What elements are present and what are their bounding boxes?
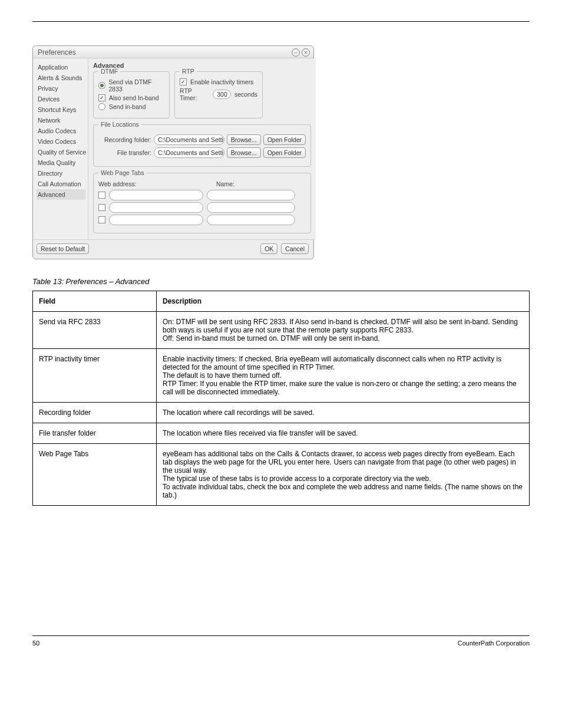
footer-text: CounterPath Corporation [458, 640, 530, 647]
rtp-timer-unit: seconds [234, 91, 257, 98]
enable-inactivity-label: Enable inactivity timers [190, 78, 253, 85]
webtab1-check[interactable] [98, 192, 105, 199]
webtabs-group: Web Page Tabs Web address: Name: [93, 173, 311, 233]
webtab2-name-input[interactable] [207, 202, 295, 213]
transfer-label: File transfer: [98, 149, 151, 156]
recording-open-button[interactable]: Open Folder [263, 134, 306, 145]
sidebar-item-network[interactable]: Network [37, 115, 85, 126]
sidebar-item-video-codecs[interactable]: Video Codecs [37, 136, 85, 147]
table-row: Recording folderThe location where call … [33, 403, 530, 423]
panel-title: Advanced [93, 62, 311, 69]
sidebar-item-call-automation[interactable]: Call Automation [37, 179, 85, 189]
description-table: Field Description Send via RFC 2833On: D… [32, 291, 530, 506]
table-row: Web Page TabseyeBeam has additional tabs… [33, 444, 530, 506]
desc-cell: The location where files received via fi… [157, 423, 530, 444]
file-locations-group: File Locations Recording folder: C:\Docu… [93, 124, 311, 167]
webtab1-name-input[interactable] [207, 190, 295, 200]
desc-cell: The location where call recordings will … [157, 403, 530, 423]
desc-cell: Enable inactivity timers: If checked, Br… [157, 349, 530, 403]
sidebar-item-privacy[interactable]: Privacy [37, 83, 85, 94]
rtp-legend: RTP [180, 68, 197, 75]
webtab3-addr-input[interactable] [109, 215, 203, 225]
rtp-timer-label: RTP Timer: [180, 87, 209, 101]
webtab3-check[interactable] [98, 216, 105, 223]
sidebar-item-media-quality[interactable]: Media Quality [37, 157, 85, 168]
send-inband-label: Send in-band [109, 103, 146, 110]
also-inband-check[interactable] [98, 94, 105, 101]
transfer-browse-button[interactable]: Browse... [227, 147, 261, 158]
transfer-open-button[interactable]: Open Folder [263, 147, 306, 158]
cancel-button[interactable]: Cancel [281, 243, 309, 254]
window-title: Preferences [38, 48, 76, 57]
th-field: Field [33, 291, 157, 312]
file-locations-legend: File Locations [98, 121, 141, 128]
field-cell: Recording folder [33, 403, 157, 423]
top-rule [32, 21, 530, 22]
sidebar: ApplicationAlerts & SoundsPrivacyDevices… [33, 58, 88, 239]
field-cell: RTP inactivity timer [33, 349, 157, 403]
close-icon[interactable]: × [302, 48, 310, 57]
rtp-timer-input[interactable]: 300 [213, 90, 231, 99]
webtab1-addr-input[interactable] [109, 190, 203, 200]
field-cell: Web Page Tabs [33, 444, 157, 506]
sidebar-item-quality-of-service[interactable]: Quality of Service [37, 147, 85, 157]
transfer-input[interactable]: C:\Documents and Settings\c ɹ '\D< [154, 147, 224, 158]
webname-header: Name: [216, 180, 234, 187]
table-row: File transfer folderThe location where f… [33, 423, 530, 444]
ok-button[interactable]: OK [260, 243, 277, 254]
sidebar-item-audio-codecs[interactable]: Audio Codecs [37, 126, 85, 136]
table-row: Send via RFC 2833On: DTMF will be sent u… [33, 312, 530, 349]
also-inband-label: Also send In-band [109, 94, 159, 101]
sidebar-item-alerts-sounds[interactable]: Alerts & Sounds [37, 73, 85, 83]
recording-browse-button[interactable]: Browse... [227, 134, 261, 145]
sidebar-item-shortcut-keys[interactable]: Shortcut Keys [37, 104, 85, 115]
webaddr-header: Web address: [98, 180, 216, 187]
desc-cell: eyeBeam has additional tabs on the Calls… [157, 444, 530, 506]
dtmf-2833-radio[interactable] [98, 82, 105, 89]
dtmf-legend: DTMF [98, 68, 120, 75]
sidebar-item-devices[interactable]: Devices [37, 94, 85, 104]
dtmf-group: DTMF Send via DTMF 2833 Also send In-ban… [93, 71, 170, 118]
sidebar-item-directory[interactable]: Directory [37, 168, 85, 179]
page-number: 50 [32, 640, 39, 647]
preferences-dialog: Preferences – × ApplicationAlerts & Soun… [32, 45, 314, 259]
titlebar: Preferences – × [33, 46, 313, 58]
th-desc: Description [157, 291, 530, 312]
webtab2-check[interactable] [98, 204, 105, 211]
enable-inactivity-check[interactable] [180, 78, 187, 85]
minimize-icon[interactable]: – [292, 48, 300, 57]
table-row: RTP inactivity timerEnable inactivity ti… [33, 349, 530, 403]
table-caption: Table 13: Preferences – Advanced [32, 277, 530, 286]
webtabs-legend: Web Page Tabs [98, 169, 147, 176]
webtab2-addr-input[interactable] [109, 202, 203, 213]
field-cell: File transfer folder [33, 423, 157, 444]
recording-label: Recording folder: [98, 136, 151, 143]
main-panel: Advanced DTMF Send via DTMF 2833 Also se… [88, 58, 316, 239]
sidebar-item-application[interactable]: Application [37, 62, 85, 73]
desc-cell: On: DTMF will be sent using RFC 2833. If… [157, 312, 530, 349]
reset-button[interactable]: Reset to Default [37, 243, 89, 254]
recording-input[interactable]: C:\Documents and Settings\c' ɹ '\My [154, 134, 224, 145]
sidebar-item-advanced[interactable]: Advanced [37, 189, 85, 200]
field-cell: Send via RFC 2833 [33, 312, 157, 349]
dtmf-2833-label: Send via DTMF 2833 [109, 78, 164, 93]
webtab3-name-input[interactable] [207, 215, 295, 225]
rtp-group: RTP Enable inactivity timers RTP Timer: … [174, 71, 263, 118]
send-inband-radio[interactable] [98, 103, 105, 110]
